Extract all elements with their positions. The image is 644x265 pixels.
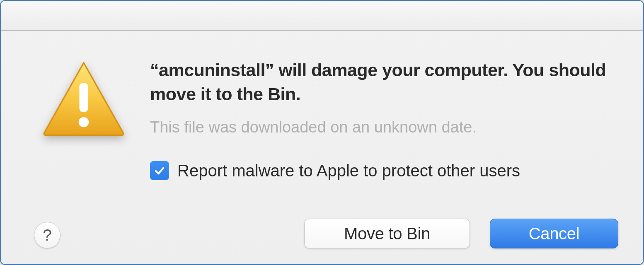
dialog-subtext: This file was downloaded on an unknown d… <box>150 118 618 136</box>
icon-column <box>38 55 129 138</box>
report-checkbox-row[interactable]: Report malware to Apple to protect other… <box>150 161 618 180</box>
move-to-bin-button[interactable]: Move to Bin <box>304 219 470 248</box>
report-checkbox[interactable] <box>150 161 169 180</box>
alert-dialog: “amcuninstall” will damage your computer… <box>0 0 644 265</box>
help-button[interactable]: ? <box>34 222 61 248</box>
help-icon: ? <box>43 226 51 244</box>
checkmark-icon <box>153 164 166 177</box>
cancel-button[interactable]: Cancel <box>490 219 618 248</box>
dialog-content: “amcuninstall” will damage your computer… <box>1 31 643 213</box>
dialog-headline: “amcuninstall” will damage your computer… <box>150 58 618 106</box>
svg-rect-0 <box>80 83 88 112</box>
move-to-bin-label: Move to Bin <box>344 224 430 243</box>
warning-icon <box>40 60 127 138</box>
button-row: ? Move to Bin Cancel <box>1 219 618 248</box>
report-checkbox-label: Report malware to Apple to protect other… <box>177 161 520 180</box>
titlebar <box>1 1 643 31</box>
text-column: “amcuninstall” will damage your computer… <box>150 55 618 197</box>
svg-point-1 <box>79 117 89 128</box>
cancel-label: Cancel <box>529 224 580 243</box>
